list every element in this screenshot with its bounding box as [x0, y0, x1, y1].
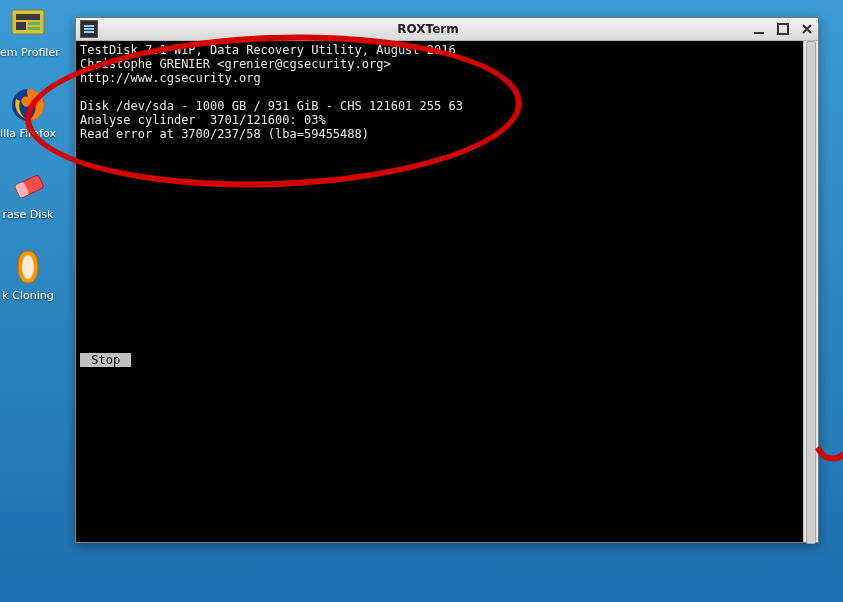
terminal-app-icon [80, 20, 98, 38]
close-button[interactable] [800, 22, 814, 36]
system-profiler-icon [8, 4, 48, 44]
desktop-icon-label: illa Firefox [0, 127, 56, 140]
window-title: ROXTerm [104, 22, 752, 36]
svg-rect-9 [754, 32, 764, 34]
desktop-icon-label: em Profiler [0, 46, 56, 59]
firefox-icon [8, 85, 48, 125]
window-controls [752, 22, 814, 36]
roxterm-window: ROXTerm TestDisk 7.1-WIP, Data Recovery … [75, 17, 819, 543]
svg-rect-3 [28, 22, 40, 25]
terminal-line: Christophe GRENIER <grenier@cgsecurity.o… [80, 57, 391, 71]
stop-button[interactable]: Stop [80, 353, 131, 367]
terminal-line: http://www.cgsecurity.org [80, 71, 261, 85]
minimize-button[interactable] [752, 22, 766, 36]
terminal-line: Analyse cylinder 3701/121600: 03% [80, 113, 326, 127]
terminal-output[interactable]: TestDisk 7.1-WIP, Data Recovery Utility,… [76, 41, 804, 542]
maximize-button[interactable] [776, 22, 790, 36]
vertical-scrollbar[interactable] [803, 41, 818, 542]
desktop-icon-erase-disk[interactable]: rase Disk [0, 166, 56, 221]
scrollbar-thumb[interactable] [806, 41, 816, 544]
desktop-icon-label: k Cloning [0, 289, 56, 302]
terminal-area: TestDisk 7.1-WIP, Data Recovery Utility,… [76, 41, 818, 542]
desktop-icon-label: rase Disk [0, 208, 56, 221]
eraser-icon [8, 166, 48, 206]
desktop-icon-firefox[interactable]: illa Firefox [0, 85, 56, 140]
cloning-icon [8, 247, 48, 287]
desktop-icon-disk-cloning[interactable]: k Cloning [0, 247, 56, 302]
terminal-line: Read error at 3700/237/58 (lba=59455488) [80, 127, 369, 141]
desktop-icon-column: em Profiler illa Firefox rase Disk [0, 0, 60, 328]
svg-rect-1 [16, 14, 40, 20]
svg-point-8 [22, 255, 34, 279]
svg-rect-10 [778, 24, 788, 34]
terminal-line: Disk /dev/sda - 1000 GB / 931 GiB - CHS … [80, 99, 463, 113]
terminal-line: TestDisk 7.1-WIP, Data Recovery Utility,… [80, 43, 456, 57]
desktop-icon-system-profiler[interactable]: em Profiler [0, 4, 56, 59]
svg-rect-4 [28, 27, 40, 30]
titlebar[interactable]: ROXTerm [76, 18, 818, 41]
svg-rect-2 [16, 22, 26, 30]
